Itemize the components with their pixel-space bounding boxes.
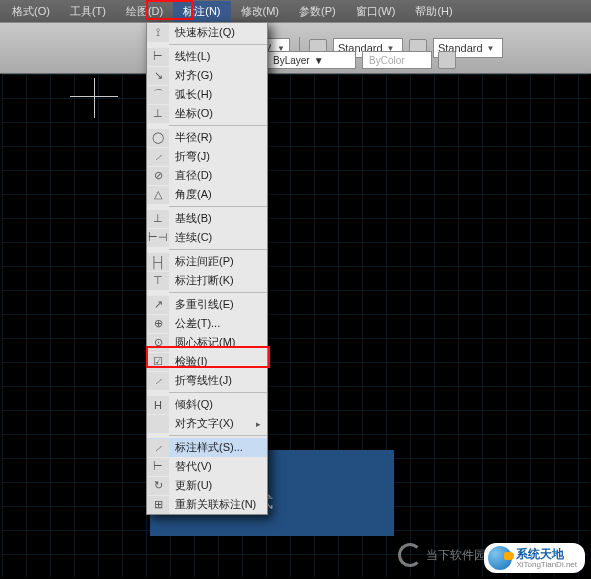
menu-label: 重新关联标注(N): [169, 497, 256, 512]
menu-separator: [169, 44, 267, 45]
menu-separator: [169, 435, 267, 436]
menu-icon: ◯: [147, 129, 169, 147]
menu-label: 圆心标记(M): [169, 335, 236, 350]
menu-label: 更新(U): [169, 478, 212, 493]
menubar: 格式(O) 工具(T) 绘图(D) 标注(N) 修改(M) 参数(P) 窗口(W…: [0, 0, 591, 22]
menu-icon: ⊙: [147, 334, 169, 352]
menu-icon: ↗: [147, 296, 169, 314]
menu-item[interactable]: ⊢⊣连续(C): [147, 228, 267, 247]
menu-item[interactable]: ↘对齐(G): [147, 66, 267, 85]
menu-label: 标注间距(P): [169, 254, 234, 269]
chevron-down-icon: ▼: [314, 55, 324, 66]
menu-icon: ⊘: [147, 167, 169, 185]
menu-draw[interactable]: 绘图(D): [116, 1, 173, 22]
watermark-xitongtiandi: 系统天地 XiTongTianDi.net: [484, 543, 585, 573]
menu-item[interactable]: ⟋折弯线性(J): [147, 371, 267, 390]
menu-label: 对齐(G): [169, 68, 213, 83]
crosshair-horizontal: [70, 96, 118, 97]
menu-item[interactable]: 对齐文字(X)▸: [147, 414, 267, 433]
menu-modify[interactable]: 修改(M): [231, 1, 290, 22]
menu-label: 直径(D): [169, 168, 212, 183]
menu-label: 折弯线性(J): [169, 373, 232, 388]
menu-icon: H: [147, 396, 169, 414]
menu-label: 标注样式(S)...: [169, 440, 243, 455]
menu-icon: ⟋: [147, 372, 169, 390]
menu-icon: ⊕: [147, 315, 169, 333]
menu-item[interactable]: ⟟快速标注(Q): [147, 23, 267, 42]
menu-item[interactable]: ⊞重新关联标注(N): [147, 495, 267, 514]
menu-item[interactable]: ⊕公差(T)...: [147, 314, 267, 333]
menu-label: 坐标(O): [169, 106, 213, 121]
menu-label: 替代(V): [169, 459, 212, 474]
menu-item[interactable]: ⌒弧长(H): [147, 85, 267, 104]
menu-icon: ⊥: [147, 105, 169, 123]
crosshair-vertical: [94, 78, 95, 118]
menu-label: 弧长(H): [169, 87, 212, 102]
combo-bylayer2[interactable]: ByLayer▼: [266, 51, 356, 69]
menu-label: 多重引线(E): [169, 297, 234, 312]
menu-tools[interactable]: 工具(T): [60, 1, 116, 22]
menu-icon: ⊢: [147, 458, 169, 476]
menu-label: 对齐文字(X): [169, 416, 234, 431]
menu-icon: ⌒: [147, 86, 169, 104]
menu-item[interactable]: ⊤标注打断(K): [147, 271, 267, 290]
menu-separator: [169, 292, 267, 293]
menu-icon: ⟋: [147, 439, 169, 457]
dimension-menu-dropdown: ⟟快速标注(Q)⊢线性(L)↘对齐(G)⌒弧长(H)⊥坐标(O)◯半径(R)⟋折…: [146, 22, 268, 515]
menu-separator: [169, 125, 267, 126]
watermark-dangxia: 当下软件园: [398, 543, 486, 567]
menu-item[interactable]: ◯半径(R): [147, 128, 267, 147]
menu-item[interactable]: ├┤标注间距(P): [147, 252, 267, 271]
menu-item[interactable]: ⊢线性(L): [147, 47, 267, 66]
menu-icon: ↻: [147, 477, 169, 495]
menu-label: 半径(R): [169, 130, 212, 145]
menu-item[interactable]: ↗多重引线(E): [147, 295, 267, 314]
menu-help[interactable]: 帮助(H): [405, 1, 462, 22]
menu-label: 检验(I): [169, 354, 207, 369]
menu-label: 快速标注(Q): [169, 25, 235, 40]
submenu-arrow-icon: ▸: [256, 419, 261, 429]
menu-format[interactable]: 格式(O): [2, 1, 60, 22]
menu-item[interactable]: ⟋标注样式(S)...: [147, 438, 267, 457]
logo-icon: [398, 543, 422, 567]
menu-icon: ⊢: [147, 48, 169, 66]
menu-icon: ⊥: [147, 210, 169, 228]
menu-item[interactable]: ☑检验(I): [147, 352, 267, 371]
menu-icon: △: [147, 186, 169, 204]
menu-window[interactable]: 窗口(W): [346, 1, 406, 22]
menu-icon: ⟋: [147, 148, 169, 166]
menu-label: 角度(A): [169, 187, 212, 202]
menu-label: 线性(L): [169, 49, 210, 64]
combo-bycolor[interactable]: ByColor: [362, 51, 432, 69]
menu-item[interactable]: ⊥坐标(O): [147, 104, 267, 123]
menu-label: 倾斜(Q): [169, 397, 213, 412]
menu-item[interactable]: ↻更新(U): [147, 476, 267, 495]
menu-separator: [169, 206, 267, 207]
menu-item[interactable]: ⟋折弯(J): [147, 147, 267, 166]
menu-dimension[interactable]: 标注(N): [173, 1, 230, 22]
menu-label: 基线(B): [169, 211, 212, 226]
menu-item[interactable]: △角度(A): [147, 185, 267, 204]
menu-icon: ↘: [147, 67, 169, 85]
globe-icon: [488, 546, 512, 570]
menu-item[interactable]: H倾斜(Q): [147, 395, 267, 414]
menu-item[interactable]: ⊢替代(V): [147, 457, 267, 476]
menu-icon: ⊢⊣: [147, 229, 169, 247]
menu-separator: [169, 249, 267, 250]
menu-item[interactable]: ⊙圆心标记(M): [147, 333, 267, 352]
toolbar-button[interactable]: [438, 51, 456, 69]
menu-icon: ⊤: [147, 272, 169, 290]
menu-item[interactable]: ⊘直径(D): [147, 166, 267, 185]
menu-icon: ├┤: [147, 253, 169, 271]
menu-label: 标注打断(K): [169, 273, 234, 288]
menu-item[interactable]: ⊥基线(B): [147, 209, 267, 228]
menu-icon: ⊞: [147, 496, 169, 514]
menu-label: 折弯(J): [169, 149, 210, 164]
menu-params[interactable]: 参数(P): [289, 1, 346, 22]
menu-separator: [169, 392, 267, 393]
menu-label: 公差(T)...: [169, 316, 220, 331]
toolbar: 自定义▼ Standard▼ Standard▼ ByLayer▼ ByLaye…: [0, 22, 591, 74]
menu-icon: ☑: [147, 353, 169, 371]
menu-label: 连续(C): [169, 230, 212, 245]
menu-icon: ⟟: [147, 24, 169, 42]
